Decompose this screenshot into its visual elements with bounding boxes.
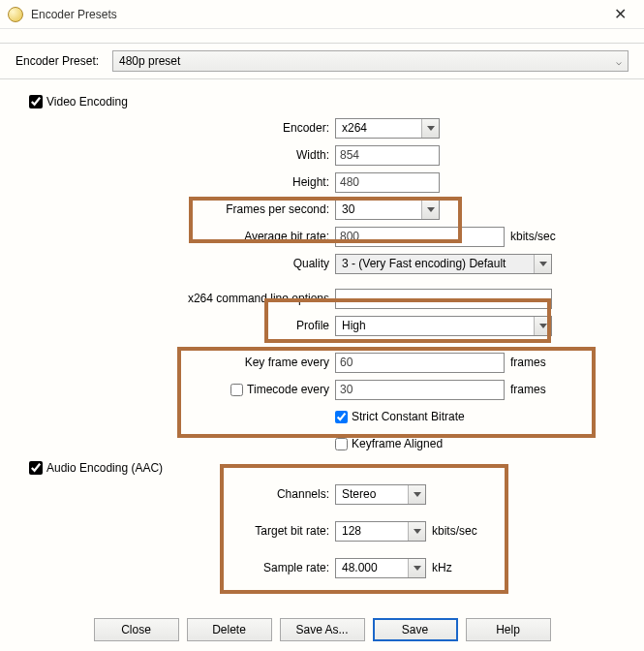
encoder-preset-select[interactable]: 480p preset ⌵ <box>112 50 629 72</box>
timecode-unit: frames <box>510 383 546 396</box>
sample-rate-unit: kHz <box>432 561 452 574</box>
sample-rate-label: Sample rate: <box>15 561 335 574</box>
save-button[interactable]: Save <box>373 618 458 641</box>
channels-value: Stereo <box>342 487 376 501</box>
fps-label: Frames per second: <box>15 202 335 216</box>
encoder-preset-label: Encoder Preset: <box>15 54 112 68</box>
video-encoding-checkbox[interactable] <box>29 95 43 108</box>
quality-select[interactable]: 3 - (Very Fast encoding) Default <box>335 254 552 274</box>
chevron-down-icon <box>421 201 439 219</box>
timecode-checkbox[interactable] <box>230 384 243 396</box>
height-input[interactable] <box>335 172 440 193</box>
width-label: Width: <box>15 148 335 162</box>
save-as-button[interactable]: Save As... <box>280 618 365 641</box>
keyframe-aligned-checkbox[interactable] <box>335 438 348 450</box>
chevron-down-icon <box>408 485 425 504</box>
encoder-label: Encoder: <box>15 121 335 135</box>
quality-label: Quality <box>15 257 335 270</box>
profile-label: Profile <box>15 319 335 332</box>
keyframe-input[interactable] <box>335 353 505 373</box>
width-input[interactable] <box>335 145 440 166</box>
divider <box>0 43 644 44</box>
target-bitrate-unit: kbits/sec <box>432 524 477 538</box>
cmdline-input[interactable] <box>335 289 552 309</box>
bitrate-label: Average bit rate: <box>15 230 335 243</box>
sample-rate-select[interactable]: 48.000 <box>335 558 426 578</box>
audio-encoding-label: Audio Encoding (AAC) <box>46 461 163 475</box>
divider <box>0 78 644 79</box>
chevron-down-icon <box>534 255 551 273</box>
height-label: Height: <box>15 175 335 189</box>
encoder-value: x264 <box>342 121 367 135</box>
chevron-down-icon <box>534 317 551 335</box>
keyframe-unit: frames <box>510 356 546 369</box>
app-icon <box>8 7 23 22</box>
sample-rate-value: 48.000 <box>342 561 378 574</box>
close-button[interactable]: Close <box>94 618 179 641</box>
audio-encoding-checkbox[interactable] <box>29 461 43 475</box>
timecode-input[interactable] <box>335 380 505 400</box>
quality-value: 3 - (Very Fast encoding) Default <box>342 257 506 270</box>
chevron-down-icon: ⌵ <box>616 56 622 67</box>
window-title: Encoder Presets <box>31 8 117 21</box>
help-button[interactable]: Help <box>466 618 551 641</box>
timecode-label: Timecode every <box>247 383 329 396</box>
keyframe-label: Key frame every <box>15 356 335 369</box>
delete-button[interactable]: Delete <box>187 618 272 641</box>
fps-value: 30 <box>342 202 354 216</box>
chevron-down-icon <box>408 559 425 577</box>
strict-cbr-checkbox[interactable] <box>335 411 348 423</box>
target-bitrate-value: 128 <box>342 524 361 538</box>
channels-label: Channels: <box>15 487 335 501</box>
profile-select[interactable]: High <box>335 316 552 336</box>
video-encoding-label: Video Encoding <box>46 95 128 108</box>
chevron-down-icon <box>408 522 425 541</box>
encoder-preset-value: 480p preset <box>119 54 180 68</box>
channels-select[interactable]: Stereo <box>335 484 426 505</box>
close-icon[interactable]: ✕ <box>604 1 636 27</box>
cmdline-label: x264 command line options <box>15 292 335 305</box>
profile-value: High <box>342 319 366 332</box>
keyframe-aligned-label: Keyframe Aligned <box>352 437 443 450</box>
encoder-select[interactable]: x264 <box>335 118 440 139</box>
target-bitrate-label: Target bit rate: <box>15 524 335 538</box>
bitrate-input[interactable] <box>335 227 505 247</box>
chevron-down-icon <box>421 119 439 138</box>
target-bitrate-select[interactable]: 128 <box>335 521 426 542</box>
fps-select[interactable]: 30 <box>335 200 440 220</box>
bitrate-unit: kbits/sec <box>510 230 556 243</box>
strict-cbr-label: Strict Constant Bitrate <box>352 410 465 423</box>
